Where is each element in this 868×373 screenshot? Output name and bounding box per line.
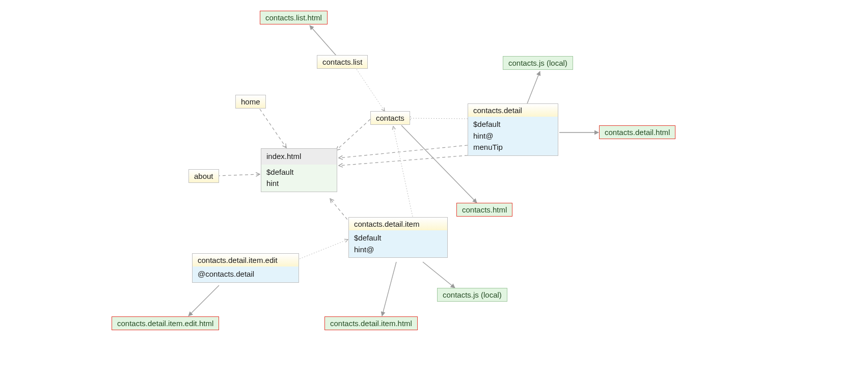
node-row: $default: [354, 232, 442, 244]
node-header: contacts.detail.item: [349, 218, 447, 230]
svg-line-14: [382, 262, 396, 316]
node-title: contacts.list: [317, 56, 367, 68]
node-row: menuTip: [473, 142, 553, 153]
node-contacts-js-top[interactable]: contacts.js (local): [503, 56, 573, 70]
svg-line-16: [188, 285, 219, 316]
node-title: contacts.detail.html: [600, 126, 675, 139]
node-title: contacts.js (local): [438, 288, 507, 301]
node-body: $default hint@ menuTip: [468, 117, 558, 155]
node-body: $default hint@: [349, 230, 447, 257]
node-title: home: [236, 95, 265, 108]
node-index-html[interactable]: index.html $default hint: [261, 148, 337, 192]
svg-line-5: [401, 125, 477, 203]
node-row: hint@: [354, 244, 442, 256]
node-contacts-list-html[interactable]: contacts.list.html: [260, 11, 328, 24]
node-title: contacts.list.html: [260, 11, 327, 24]
diagram-canvas: contacts.list.html contacts.list home co…: [0, 0, 868, 373]
node-contacts-detail-item-html[interactable]: contacts.detail.item.html: [324, 316, 418, 330]
node-row: @contacts.detail: [198, 269, 293, 280]
node-home[interactable]: home: [235, 95, 266, 109]
node-body: @contacts.detail: [193, 267, 299, 282]
svg-line-0: [310, 25, 336, 56]
node-contacts-detail[interactable]: contacts.detail $default hint@ menuTip: [468, 103, 558, 156]
node-title: contacts: [371, 112, 410, 124]
node-row: $default: [473, 119, 553, 130]
svg-line-11: [393, 126, 413, 217]
svg-line-10: [339, 155, 468, 166]
svg-line-6: [408, 118, 468, 119]
node-contacts-detail-item[interactable]: contacts.detail.item $default hint@: [348, 217, 448, 258]
node-title: contacts.detail.item.edit.html: [112, 317, 219, 330]
node-title: about: [189, 170, 219, 182]
svg-line-3: [217, 174, 260, 176]
svg-line-9: [339, 145, 468, 158]
node-body: $default hint: [261, 165, 337, 192]
node-about[interactable]: about: [188, 169, 219, 183]
svg-line-15: [300, 239, 348, 259]
node-contacts-html[interactable]: contacts.html: [456, 203, 512, 217]
node-title: contacts.detail.item.html: [325, 317, 417, 330]
node-title: contacts.js (local): [503, 57, 573, 69]
node-header: contacts.detail: [468, 104, 558, 117]
node-header: contacts.detail.item.edit: [193, 254, 299, 267]
node-contacts-detail-item-edit-html[interactable]: contacts.detail.item.edit.html: [112, 316, 219, 330]
node-header-text: index.html: [266, 151, 332, 163]
svg-line-13: [423, 262, 455, 288]
node-header: index.html: [261, 149, 337, 165]
svg-line-4: [336, 119, 370, 150]
node-contacts-detail-html[interactable]: contacts.detail.html: [599, 125, 675, 139]
svg-line-2: [260, 109, 286, 148]
node-contacts-detail-item-edit[interactable]: contacts.detail.item.edit @contacts.deta…: [192, 253, 299, 283]
node-row: hint: [266, 178, 332, 190]
node-contacts-list[interactable]: contacts.list: [317, 55, 368, 69]
node-contacts[interactable]: contacts: [370, 111, 410, 125]
node-title: contacts.html: [457, 203, 512, 216]
svg-line-1: [357, 69, 385, 111]
node-contacts-js-bottom[interactable]: contacts.js (local): [437, 288, 507, 302]
svg-line-7: [527, 71, 540, 103]
node-row: hint@: [473, 130, 553, 142]
node-row: $default: [266, 167, 332, 178]
